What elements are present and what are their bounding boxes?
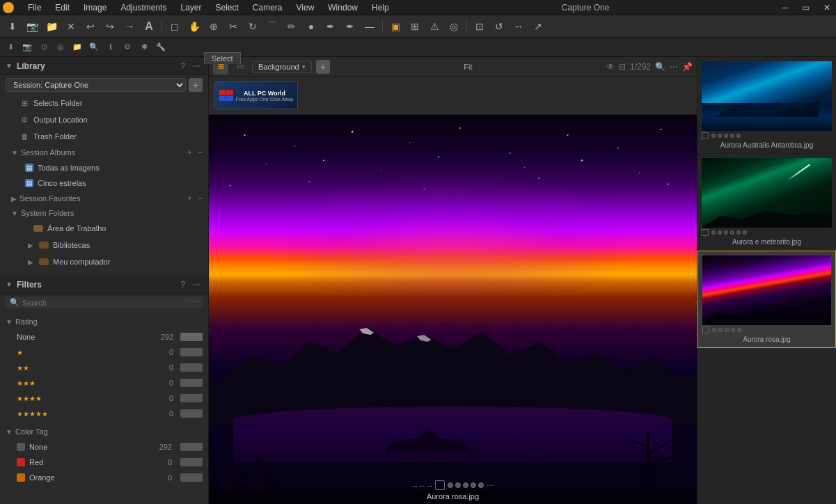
export-btn[interactable]: ↗	[530, 18, 546, 35]
thumbnail-2[interactable]: Aurora e meteorito.jpg	[697, 154, 836, 251]
mycomputer-folder[interactable]: ▶ Meu computador	[0, 253, 208, 270]
more-icon[interactable]: ⋯	[670, 62, 678, 72]
alert-btn[interactable]: ⚠	[426, 18, 443, 35]
select-tab[interactable]: Select	[204, 52, 241, 64]
session-albums-header[interactable]: ▼ Session Albums + −	[0, 145, 208, 160]
forward-btn[interactable]: →	[121, 18, 138, 35]
library-section-header[interactable]: ▼ Library ? ⋯	[0, 57, 208, 75]
import-btn[interactable]: ⬇	[4, 18, 21, 35]
select-tool[interactable]: ◻	[166, 18, 183, 35]
camera-icon-btn[interactable]: 📷	[19, 40, 35, 55]
session-favorites-header[interactable]: ▶ Session Favorites + −	[0, 191, 208, 206]
rating-4star-count: 0	[169, 394, 173, 402]
reset-btn[interactable]: ↺	[491, 18, 507, 35]
search-icon-btn[interactable]: 🔍	[86, 40, 102, 55]
session-add-btn[interactable]: +	[189, 78, 203, 92]
cinco-estrelas-item[interactable]: ▤ Cinco estrelas	[0, 175, 208, 191]
favorites-add-btn[interactable]: +	[187, 194, 192, 203]
menu-file[interactable]: File	[25, 3, 44, 13]
exposure-btn[interactable]: ▣	[387, 18, 404, 35]
rotate-tool[interactable]: ↻	[244, 18, 261, 35]
text-btn[interactable]: A	[141, 18, 157, 35]
filters-menu-btn[interactable]: ⋯	[190, 280, 203, 290]
brush-tool[interactable]: ✏	[283, 18, 300, 35]
crop-tool[interactable]: ⊕	[205, 18, 222, 35]
filters-section-header[interactable]: ▼ Filters ? ⋯	[0, 276, 208, 294]
library-menu-btn[interactable]: ⋯	[190, 61, 203, 71]
import-icon-btn[interactable]: ⬇	[3, 40, 18, 55]
folder-icon-btn[interactable]: 📁	[70, 40, 85, 55]
menu-select[interactable]: Select	[212, 3, 241, 13]
favorites-remove-btn[interactable]: −	[198, 194, 203, 203]
compare-icon[interactable]: ⊟	[619, 62, 626, 72]
pin-icon[interactable]: 📌	[682, 62, 693, 72]
settings-icon-btn[interactable]: ⚙	[120, 40, 135, 55]
add-tab-btn[interactable]: +	[316, 60, 330, 74]
circle-icon-btn[interactable]: ⊙	[36, 40, 52, 55]
trash-folder-item[interactable]: 🗑 Trash Folder	[0, 128, 208, 145]
heal-tool[interactable]: ✒	[342, 18, 358, 35]
hand-tool[interactable]: ✋	[186, 18, 203, 35]
menu-camera[interactable]: Camera	[250, 3, 285, 13]
sync-btn[interactable]: ↔	[510, 18, 527, 35]
camera-btn[interactable]: 📷	[24, 18, 40, 35]
dot-5	[478, 482, 484, 488]
svg-point-11	[381, 171, 381, 171]
menu-adjustments[interactable]: Adjustments	[118, 3, 169, 13]
color-tag-header[interactable]: ▼ Color Tag	[0, 424, 208, 439]
close-btn[interactable]: ✕	[821, 3, 833, 13]
system-folders-header[interactable]: ▼ System Folders	[0, 206, 208, 220]
eye-icon[interactable]: 👁	[606, 62, 615, 72]
libraries-folder[interactable]: ▶ Bibliotecas	[0, 237, 208, 253]
desktop-folder[interactable]: Área de Trabalho	[0, 220, 208, 237]
dot-4	[471, 482, 476, 488]
grid-btn[interactable]: ⊞	[407, 18, 423, 35]
thumb-2-checkbox[interactable]	[702, 229, 709, 236]
albums-add-btn[interactable]: +	[187, 148, 192, 157]
draw-tool[interactable]: —	[361, 18, 378, 35]
dot-2	[455, 482, 461, 488]
lasso-tool[interactable]: ⌒	[264, 18, 281, 35]
restore-btn[interactable]: ▭	[799, 3, 812, 13]
menu-help[interactable]: Help	[369, 3, 392, 13]
menu-window[interactable]: Window	[325, 3, 361, 13]
output-location-item[interactable]: ⚙ Output Location	[0, 111, 208, 128]
zoom-icon[interactable]: 🔍	[655, 62, 665, 72]
clone-tool[interactable]: ✒	[322, 18, 339, 35]
menu-edit[interactable]: Edit	[52, 3, 72, 13]
spot-tool[interactable]: ●	[303, 18, 320, 35]
thumb-1-checkbox[interactable]	[702, 132, 709, 139]
main-image-area[interactable]: -- -- -- ⋯ Aurora rosa.jpg	[209, 115, 697, 504]
thumbnail-1[interactable]: Aurora Australis Antarctica.jpg	[697, 57, 836, 154]
info-icon-btn[interactable]: ℹ	[103, 40, 118, 55]
thumb-2-name: Aurora e meteorito.jpg	[702, 238, 832, 246]
browse-dropdown[interactable]: Background ▾	[252, 61, 312, 73]
rating-header[interactable]: ▼ Rating	[0, 314, 208, 329]
minimize-btn[interactable]: ─	[779, 3, 791, 13]
image-select-checkbox[interactable]	[435, 480, 445, 490]
lens-icon-btn[interactable]: ◎	[53, 40, 68, 55]
wrench-icon-btn[interactable]: 🔧	[153, 40, 168, 55]
folder-btn[interactable]: 📁	[43, 18, 60, 35]
undo-btn[interactable]: ↩	[82, 18, 99, 35]
albums-remove-btn[interactable]: −	[198, 148, 203, 157]
menu-image[interactable]: Image	[81, 3, 109, 13]
filter-menu-icon[interactable]: ⋯	[191, 298, 198, 307]
filters-help-btn[interactable]: ?	[178, 280, 187, 290]
straighten-tool[interactable]: ✂	[225, 18, 242, 35]
thumb-3-checkbox[interactable]	[702, 326, 709, 333]
session-select[interactable]: Session: Capture One	[6, 78, 186, 92]
copy-btn[interactable]: ⊡	[471, 18, 488, 35]
menu-layer[interactable]: Layer	[178, 3, 204, 13]
library-help-btn[interactable]: ?	[178, 61, 187, 71]
redo-btn[interactable]: ↪	[102, 18, 118, 35]
selects-folder-item[interactable]: ⊞ Selects Folder	[0, 95, 208, 111]
focus-btn[interactable]: ◎	[445, 18, 462, 35]
star-icon-btn[interactable]: ✱	[136, 40, 152, 55]
close-btn2[interactable]: ✕	[63, 18, 79, 35]
rating-3star-bar	[180, 379, 203, 387]
search-input[interactable]	[22, 299, 188, 307]
menu-view[interactable]: View	[294, 3, 317, 13]
todas-imagens-item[interactable]: ▤ Todas as imagens	[0, 160, 208, 175]
thumbnail-3[interactable]: Aurora rosa.jpg	[697, 251, 836, 348]
